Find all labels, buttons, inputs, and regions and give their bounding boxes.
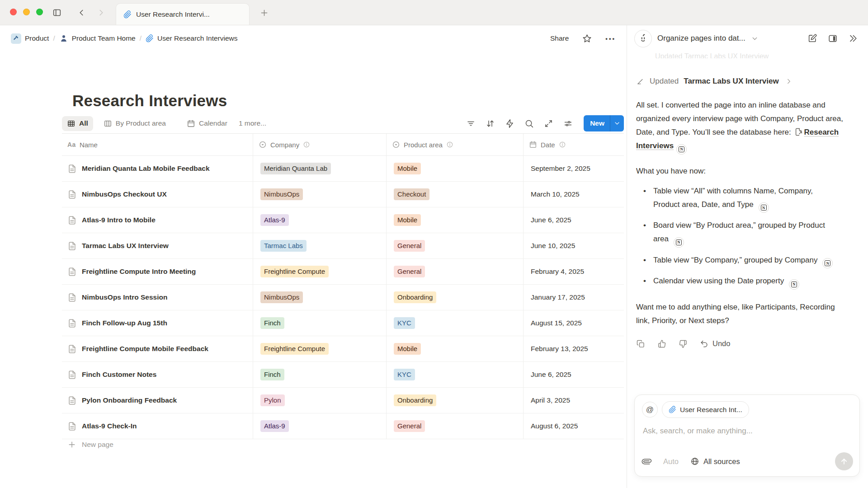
new-chat-icon[interactable] — [807, 33, 817, 43]
table-row[interactable]: NimbusOps Intro Session NimbusOps Onboar… — [62, 285, 624, 310]
name-cell[interactable]: NimbusOps Checkout UX — [62, 182, 253, 207]
view-settings-icon[interactable] — [563, 119, 573, 128]
name-cell[interactable]: Pylon Onboarding Feedback — [62, 388, 253, 413]
company-cell[interactable]: Freightline Compute — [253, 259, 387, 284]
minimize-window-button[interactable] — [23, 9, 30, 15]
zoom-window-button[interactable] — [36, 9, 43, 15]
table-row[interactable]: Freightline Compute Intro Meeting Freigh… — [62, 259, 624, 285]
product-area-cell[interactable]: Mobile — [387, 336, 524, 361]
view-tab-all[interactable]: All — [62, 116, 93, 131]
date-cell[interactable]: January 17, 2025 — [524, 285, 624, 310]
info-icon[interactable] — [303, 141, 310, 148]
ai-input[interactable] — [642, 426, 841, 436]
active-tab[interactable]: User Research Intervi... — [116, 3, 250, 25]
thumbs-up-icon[interactable] — [657, 339, 666, 348]
table-row[interactable]: Pylon Onboarding Feedback Pylon Onboardi… — [62, 388, 624, 413]
filter-icon[interactable] — [466, 119, 476, 128]
column-header-product-area[interactable]: Product area — [387, 134, 524, 155]
updated-page-row[interactable]: Updated Tarmac Labs UX Interview — [636, 73, 851, 89]
context-chip[interactable]: User Research Int... — [662, 401, 749, 418]
date-cell[interactable]: February 13, 2025 — [524, 336, 624, 361]
company-cell[interactable]: Meridian Quanta Lab — [253, 156, 387, 181]
company-cell[interactable]: Pylon — [253, 388, 387, 413]
new-button[interactable]: New — [584, 115, 624, 131]
name-cell[interactable]: Freightline Compute Intro Meeting — [62, 259, 253, 284]
auto-mode-button[interactable]: Auto — [663, 457, 679, 466]
date-cell[interactable]: February 4, 2025 — [524, 259, 624, 284]
name-cell[interactable]: Finch Follow-up Aug 15th — [62, 310, 253, 336]
toggle-sidebar-button[interactable] — [51, 6, 63, 19]
column-header-date[interactable]: Date — [524, 134, 624, 155]
product-area-cell[interactable]: KYC — [387, 362, 524, 387]
name-cell[interactable]: NimbusOps Intro Session — [62, 285, 253, 310]
table-row[interactable]: Finch Customer Notes Finch KYC June 6, 2… — [62, 362, 624, 388]
breadcrumb-item-product[interactable]: Product — [11, 33, 49, 44]
new-tab-button[interactable] — [258, 6, 270, 19]
chevron-down-icon[interactable] — [751, 35, 759, 42]
name-cell[interactable]: Meridian Quanta Lab Mobile Feedback — [62, 156, 253, 181]
name-cell[interactable]: Freightline Compute Mobile Feedback — [62, 336, 253, 361]
name-cell[interactable]: Atlas-9 Intro to Mobile — [62, 207, 253, 233]
date-cell[interactable]: March 10, 2025 — [524, 182, 624, 207]
product-area-cell[interactable]: Onboarding — [387, 388, 524, 413]
copy-icon[interactable] — [636, 339, 645, 348]
back-button[interactable] — [75, 6, 88, 19]
company-cell[interactable]: Finch — [253, 310, 387, 336]
company-cell[interactable]: NimbusOps — [253, 285, 387, 310]
table-row[interactable]: Meridian Quanta Lab Mobile Feedback Meri… — [62, 156, 624, 182]
table-row[interactable]: Tarmac Labs UX Interview Tarmac Labs Gen… — [62, 233, 624, 259]
product-area-cell[interactable]: Onboarding — [387, 285, 524, 310]
company-cell[interactable]: Finch — [253, 362, 387, 387]
product-area-cell[interactable]: KYC — [387, 310, 524, 336]
expand-icon[interactable] — [544, 119, 553, 128]
search-icon[interactable] — [524, 119, 534, 128]
all-sources-button[interactable]: All sources — [690, 457, 740, 466]
company-cell[interactable]: Atlas-9 — [253, 207, 387, 233]
company-cell[interactable]: Tarmac Labs — [253, 233, 387, 258]
more-views-button[interactable]: 1 more... — [239, 119, 266, 127]
table-row[interactable]: Finch Follow-up Aug 15th Finch KYC Augus… — [62, 310, 624, 336]
date-cell[interactable]: June 6, 2025 — [524, 207, 624, 233]
column-header-name[interactable]: Aa Name — [62, 134, 253, 155]
table-row[interactable]: Atlas-9 Intro to Mobile Atlas-9 Mobile J… — [62, 207, 624, 233]
company-cell[interactable]: Freightline Compute — [253, 336, 387, 361]
date-cell[interactable]: June 10, 2025 — [524, 233, 624, 258]
share-button[interactable]: Share — [550, 34, 569, 42]
more-options-button[interactable]: ••• — [605, 35, 616, 42]
name-cell[interactable]: Finch Customer Notes — [62, 362, 253, 387]
date-cell[interactable]: September 2, 2025 — [524, 156, 624, 181]
mention-button[interactable]: @ — [642, 402, 658, 418]
automations-icon[interactable] — [505, 119, 514, 128]
ai-thread-title[interactable]: Organize pages into dat... — [657, 34, 745, 43]
breadcrumb-item-user-research-interviews[interactable]: User Research Interviews — [146, 34, 237, 42]
view-tab-by-product-area[interactable]: By Product area — [99, 116, 171, 131]
name-cell[interactable]: Tarmac Labs UX Interview — [62, 233, 253, 258]
product-area-cell[interactable]: General — [387, 259, 524, 284]
breadcrumb-item-product-team-home[interactable]: Product Team Home — [59, 34, 136, 43]
favorite-star-icon[interactable] — [582, 34, 592, 43]
undo-button[interactable]: Undo — [700, 339, 730, 348]
close-window-button[interactable] — [10, 9, 17, 15]
attach-icon[interactable] — [640, 455, 654, 468]
product-area-cell[interactable]: Mobile — [387, 207, 524, 233]
collapse-panel-icon[interactable] — [848, 33, 858, 43]
send-button[interactable] — [835, 452, 853, 470]
sort-icon[interactable] — [486, 119, 495, 128]
new-page-button[interactable]: New page — [62, 434, 624, 455]
date-cell[interactable]: April 3, 2025 — [524, 388, 624, 413]
forward-button[interactable] — [95, 6, 108, 19]
company-cell[interactable]: NimbusOps — [253, 182, 387, 207]
panel-toggle-icon[interactable] — [828, 33, 838, 43]
column-header-company[interactable]: Company — [253, 134, 387, 155]
thumbs-down-icon[interactable] — [679, 339, 688, 348]
info-icon[interactable] — [559, 141, 566, 148]
new-button-dropdown[interactable] — [610, 115, 624, 131]
product-area-cell[interactable]: Checkout — [387, 182, 524, 207]
date-cell[interactable]: June 6, 2025 — [524, 362, 624, 387]
table-row[interactable]: Freightline Compute Mobile Feedback Frei… — [62, 336, 624, 362]
product-area-cell[interactable]: General — [387, 233, 524, 258]
info-icon[interactable] — [446, 141, 453, 148]
view-tab-calendar[interactable]: Calendar — [182, 116, 232, 131]
table-row[interactable]: NimbusOps Checkout UX NimbusOps Checkout… — [62, 182, 624, 207]
product-area-cell[interactable]: Mobile — [387, 156, 524, 181]
